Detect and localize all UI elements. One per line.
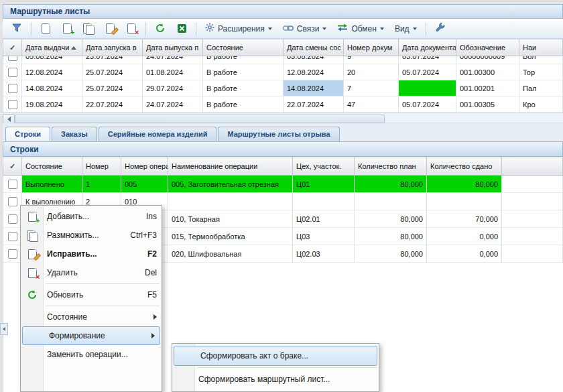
grid-cell[interactable]: 22.07.2024 <box>82 96 143 113</box>
status-cell[interactable]: Выполнено <box>22 176 82 193</box>
grid-cell[interactable] <box>3 56 22 64</box>
column-header-check[interactable]: ✓ <box>3 39 22 56</box>
refresh-button[interactable] <box>150 21 170 37</box>
grid-cell[interactable]: 12.08.2024 <box>284 64 344 80</box>
menu-item-add[interactable]: Добавить... Ins <box>21 207 162 226</box>
column-header[interactable]: Дата выпуска п <box>143 39 203 56</box>
row-checkbox[interactable] <box>8 68 17 77</box>
grid-cell[interactable]: В работе <box>203 64 284 80</box>
submenu-item-defect-act[interactable]: Сформировать акт о браке... <box>174 346 377 366</box>
grid-cell[interactable]: 0,000 <box>427 228 502 245</box>
collapse-panel-button[interactable] <box>0 323 8 335</box>
grid-cell[interactable]: 05.08.2024 <box>22 56 82 64</box>
grid-cell[interactable] <box>168 193 293 210</box>
grid-cell[interactable]: 0,000 <box>427 245 502 263</box>
grid-cell[interactable]: 23.07.2024 <box>82 56 143 64</box>
grid-cell[interactable]: В работе <box>203 80 284 96</box>
grid-cell[interactable]: В работе <box>203 56 284 64</box>
grid-cell[interactable]: 005 <box>121 176 168 193</box>
grid-cell[interactable]: 24.07.2024 <box>143 96 203 113</box>
extensions-dropdown[interactable]: Расширения <box>200 21 277 37</box>
grid-cell[interactable]: 80,000 <box>355 210 427 228</box>
row-checkbox[interactable] <box>8 249 17 259</box>
grid-cell[interactable]: Кро <box>519 96 563 113</box>
table-row-done[interactable]: Выполнено 1 005 005, Заготовительная отр… <box>3 176 563 193</box>
grid-cell[interactable]: 20 <box>344 64 399 80</box>
grid-cell[interactable]: 80,000 <box>355 228 427 245</box>
grid-cell[interactable]: 1 <box>82 176 121 193</box>
column-header[interactable]: Дата смены сос <box>284 39 344 56</box>
row-checkbox[interactable] <box>8 100 17 109</box>
column-header[interactable]: Номер опера <box>121 157 168 176</box>
grid-cell[interactable]: 05.07.2024 <box>399 64 456 80</box>
grid-cell[interactable] <box>3 245 22 263</box>
grid-cell[interactable]: 03.08.2024 <box>284 56 344 64</box>
grid-cell[interactable]: 25.07.2024 <box>82 64 143 80</box>
grid-cell[interactable] <box>293 193 355 210</box>
grid-cell[interactable]: 70,000 <box>427 210 502 228</box>
grid-cell[interactable]: 14.08.2024 <box>22 80 82 96</box>
grid-cell[interactable]: 010, Токарная <box>168 210 293 228</box>
grid-cell[interactable]: 24.07.2024 <box>143 56 203 64</box>
column-header[interactable]: Номер докум <box>344 39 399 56</box>
grid-cell[interactable]: 80,000 <box>355 176 427 193</box>
grid-cell[interactable]: 80,000 <box>355 245 427 263</box>
column-header[interactable]: Дата запуска в <box>82 39 143 56</box>
menu-item-duplicate[interactable]: Размножить... Ctrl+F3 <box>21 226 162 245</box>
grid-cell[interactable] <box>3 176 22 193</box>
grid-cell[interactable]: Ц02.01 <box>293 210 355 228</box>
grid-cell[interactable] <box>3 228 22 245</box>
table-row[interactable]: 12.08.2024 25.07.2024 01.08.2024 В работ… <box>3 64 563 80</box>
grid-cell[interactable]: 020, Шлифовальная <box>168 245 293 263</box>
grid-cell[interactable]: 05.07.2024 <box>399 96 456 113</box>
grid-cell[interactable] <box>3 210 22 228</box>
excel-export-button[interactable] <box>172 21 192 37</box>
column-header[interactable]: Дата документа <box>399 39 456 56</box>
row-checkbox[interactable] <box>8 180 17 189</box>
grid-cell[interactable]: 9 <box>344 56 399 64</box>
column-header[interactable]: Номер <box>82 157 121 176</box>
new-document-button[interactable] <box>36 21 56 37</box>
exchange-dropdown[interactable]: Обмен <box>332 21 389 37</box>
grid-cell[interactable]: 80,000 <box>427 176 502 193</box>
column-header[interactable]: Состояние <box>203 39 284 56</box>
grid-cell[interactable]: 001.00201 <box>456 80 519 96</box>
grid-cell[interactable] <box>427 193 502 210</box>
column-header[interactable]: Цех, участок. <box>293 157 355 176</box>
table-row[interactable]: 19.08.2024 22.07.2024 24.07.2024 В работ… <box>3 96 563 113</box>
tab-serial-numbers[interactable]: Серийные номера изделий <box>99 127 217 141</box>
tab-zakazy[interactable]: Заказы <box>52 127 97 141</box>
grid-cell[interactable] <box>355 193 427 210</box>
horizontal-scrollbar[interactable] <box>3 113 563 123</box>
grid-cell[interactable]: 001.00300 <box>456 64 519 80</box>
links-dropdown[interactable]: Связи <box>278 21 332 37</box>
grid-cell[interactable] <box>3 64 22 80</box>
menu-item-generation[interactable]: Формирование <box>22 326 160 345</box>
customize-button[interactable] <box>430 21 450 37</box>
grid-cell[interactable] <box>3 80 22 96</box>
menu-item-edit[interactable]: Исправить... F2 <box>21 245 162 263</box>
grid-cell[interactable]: 015, Термообработка <box>168 228 293 245</box>
submenu-item-route-sheet[interactable]: Сформировать маршрутный лист... <box>172 369 379 389</box>
grid-cell[interactable] <box>3 96 22 113</box>
grid-cell[interactable]: 29.07.2024 <box>143 80 203 96</box>
tab-tear-off-sheets[interactable]: Маршрутные листы отрыва <box>218 127 339 141</box>
grid-cell[interactable]: Ц02.03 <box>293 245 355 263</box>
column-header[interactable]: Обозначение <box>456 39 519 56</box>
grid-cell[interactable]: Ц01 <box>293 176 355 193</box>
grid-cell[interactable]: Ц03 <box>293 228 355 245</box>
grid-cell[interactable]: 001.00305 <box>456 96 519 113</box>
menu-item-state[interactable]: Состояние <box>21 308 162 326</box>
grid-cell[interactable] <box>3 193 22 210</box>
grid-cell[interactable]: 005, Заготовительная отрезная <box>168 176 293 193</box>
grid-cell-green[interactable] <box>399 80 456 96</box>
column-header[interactable]: Дата выдачи <box>22 39 82 56</box>
grid-cell[interactable]: 25.07.2024 <box>82 80 143 96</box>
view-dropdown[interactable]: Вид <box>390 21 422 37</box>
delete-document-button[interactable] <box>121 21 141 37</box>
add-document-button[interactable] <box>57 21 77 37</box>
grid-cell[interactable]: 00000000009 <box>456 56 519 64</box>
row-checkbox[interactable] <box>8 56 17 61</box>
grid-cell[interactable]: Пал <box>519 80 563 96</box>
grid-cell[interactable]: 01.08.2024 <box>143 64 203 80</box>
